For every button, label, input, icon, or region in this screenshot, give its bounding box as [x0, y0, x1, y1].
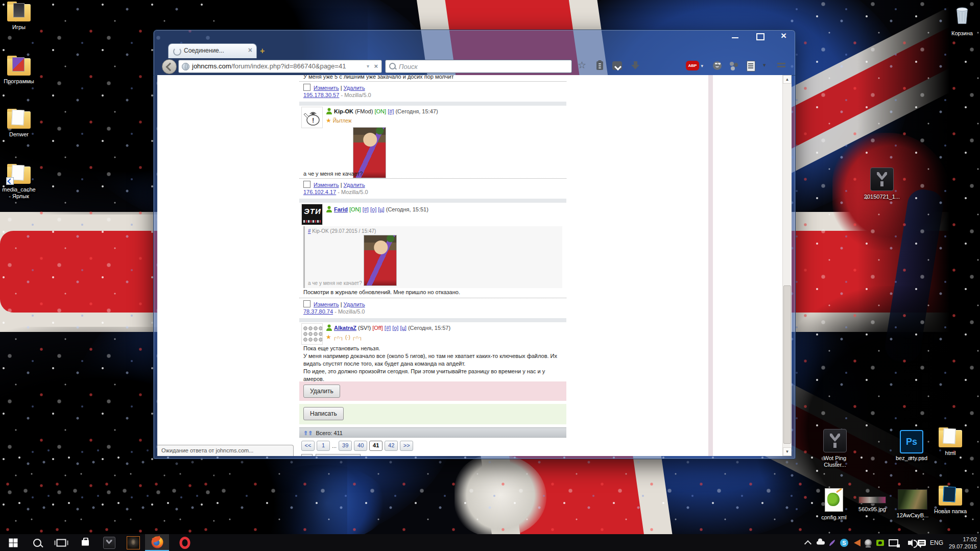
page-40-button[interactable]: 40 [354, 441, 367, 451]
ip-link[interactable]: 176.102.4.17 [303, 189, 336, 195]
stop-loading-icon[interactable] [374, 60, 378, 73]
back-button[interactable] [162, 59, 177, 74]
onedrive-icon[interactable] [817, 541, 825, 544]
folder-icon [7, 111, 31, 129]
cutoff-field[interactable] [301, 454, 313, 456]
page-last-button[interactable]: >> [400, 441, 413, 451]
post-checkbox[interactable] [303, 84, 310, 91]
post-c-link[interactable]: [ц] [400, 325, 406, 331]
language-indicator[interactable]: ENG [930, 539, 943, 546]
ip-link[interactable]: 78.37.80.74 [303, 308, 333, 315]
post-checkbox[interactable] [303, 181, 310, 188]
post-checkbox[interactable] [303, 300, 310, 307]
scroll-down-arrow[interactable] [783, 447, 792, 456]
desktop-icon-screenshot[interactable]: 20150721_1... [860, 167, 904, 200]
search-input[interactable] [398, 61, 568, 72]
scrollbar-thumb[interactable] [783, 285, 791, 444]
maximize-button[interactable] [754, 32, 766, 41]
desktop-icon-wot-ping-cluster[interactable]: Wot Ping Cluster... [813, 429, 857, 468]
clock[interactable]: 17:02 29.07.2015 [949, 536, 977, 550]
pocket-icon[interactable] [611, 60, 624, 71]
post-anchor-link[interactable]: [#] [363, 206, 369, 212]
wot-emblem-icon [870, 167, 894, 191]
edit-link[interactable]: Изменить [314, 85, 339, 91]
downloads-icon[interactable] [630, 60, 642, 71]
adblock-dropdown-icon[interactable] [701, 63, 703, 68]
desktop-icon-html[interactable]: html [928, 430, 972, 457]
feather-app-icon[interactable] [828, 539, 836, 546]
post-o-link[interactable]: [о] [370, 206, 376, 212]
address-bar[interactable]: johncms.com/forum/index.php?id=866740&pa… [178, 60, 382, 73]
network-icon[interactable] [889, 539, 898, 546]
scroll-up-arrow[interactable] [783, 75, 792, 84]
desktop-icon-config-xml[interactable]: config.xml [812, 488, 856, 521]
desktop-icon-new-folder[interactable]: Новая папка [928, 488, 972, 515]
new-tab-button[interactable] [260, 46, 268, 55]
desktop-icon-recycle-bin[interactable]: Корзина [940, 4, 980, 37]
desktop-icon-denwer[interactable]: Denwer [0, 111, 41, 138]
page-42-button[interactable]: 42 [385, 441, 398, 451]
modules-extension-icon[interactable] [728, 60, 740, 71]
nvidia-icon[interactable] [876, 540, 884, 546]
desktop-icon-games[interactable]: Игры [0, 4, 41, 31]
notifications-icon[interactable] [918, 540, 926, 546]
desktop-icon-programs[interactable]: Программы [0, 58, 41, 85]
post-o-link[interactable]: [о] [392, 325, 398, 331]
post-c-link[interactable]: [ц] [378, 206, 384, 212]
firefox-button[interactable] [145, 534, 169, 551]
delete-link[interactable]: Удалить [344, 301, 365, 307]
post-text: По идее, это должно произойти сегодня. П… [303, 368, 564, 383]
write-button[interactable]: Написать [303, 407, 344, 420]
content-edge-strip [708, 75, 713, 456]
folder-icon [939, 488, 962, 506]
page-41-current[interactable]: 41 [369, 441, 383, 451]
post-time: (Сегодня, 15:47) [394, 108, 438, 114]
delete-link[interactable]: Удалить [344, 85, 365, 91]
webcam-icon[interactable] [865, 539, 872, 546]
cutoff-field[interactable] [316, 454, 361, 456]
notes-extension-icon[interactable] [745, 60, 757, 71]
browser-tab[interactable]: Соединение... [168, 43, 257, 58]
task-view-button[interactable] [49, 534, 73, 551]
ip-link[interactable]: 195.178.30.57 [303, 92, 339, 98]
page-1-button[interactable]: 1 [317, 441, 330, 451]
menu-icon[interactable] [776, 60, 788, 71]
search-bar[interactable] [385, 60, 572, 73]
hidden-icons-chevron[interactable] [804, 540, 811, 547]
icon-label: Корзина [940, 30, 980, 37]
bookmark-star-icon[interactable] [578, 60, 590, 71]
close-button[interactable] [779, 32, 790, 41]
author-name[interactable]: Farid [334, 206, 348, 212]
post-anchor-link[interactable]: [#] [388, 108, 394, 114]
desktop-icon-bez-arty-psd[interactable]: Ps bez_arty.psd [890, 430, 934, 462]
start-button[interactable] [1, 534, 25, 551]
quoted-photo[interactable] [364, 235, 397, 286]
smiley-extension-icon[interactable] [711, 60, 724, 71]
author-name[interactable]: AlkatraZ [334, 325, 356, 331]
delete-button[interactable]: Удалить [303, 385, 340, 398]
wot-launcher-button[interactable] [97, 534, 121, 551]
edit-link[interactable]: Изменить [314, 182, 339, 188]
desktop-icon-560x95-jpg[interactable]: 560x95.jpg [850, 496, 894, 513]
scroll-top-icon[interactable]: ⇑⇑ [303, 430, 313, 436]
page-first-button[interactable]: << [301, 441, 315, 451]
page-39-button[interactable]: 39 [339, 441, 352, 451]
game-button[interactable] [121, 534, 145, 551]
taskbar-search-button[interactable] [25, 534, 49, 551]
clipboard-icon[interactable] [594, 60, 606, 71]
post-anchor-link[interactable]: [#] [385, 325, 391, 331]
store-button[interactable] [73, 534, 97, 551]
volume-app-icon[interactable] [854, 539, 861, 546]
desktop-icon-media-cache[interactable]: media_cache - Ярлык [0, 166, 41, 200]
adblock-icon[interactable]: ABP [686, 60, 703, 71]
speaker-icon[interactable] [908, 541, 911, 545]
minimize-button[interactable] [730, 32, 741, 41]
delete-link[interactable]: Удалить [344, 182, 365, 188]
toolbar-overflow-icon[interactable] [761, 60, 773, 71]
tab-close-icon[interactable] [248, 46, 252, 54]
opera-button[interactable] [173, 534, 197, 551]
edit-link[interactable]: Изменить [314, 301, 339, 307]
scrollbar[interactable] [782, 75, 792, 456]
skype-icon[interactable] [840, 539, 848, 547]
url-dropdown-icon[interactable] [367, 60, 369, 73]
